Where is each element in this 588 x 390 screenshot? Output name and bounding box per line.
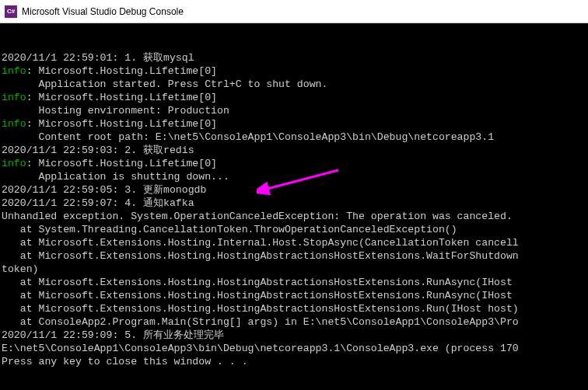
log-text: : Microsoft.Hosting.Lifetime[0] (26, 65, 217, 77)
console-line: at ConsoleApp2.Program.Main(String[] arg… (2, 315, 586, 329)
console-line: Application is shutting down... (2, 170, 586, 183)
vs-icon: C# (5, 5, 17, 18)
console-line: at Microsoft.Extensions.Hosting.Internal… (2, 236, 586, 249)
window-title: Microsoft Visual Studio Debug Console (22, 6, 184, 17)
console-line: info: Microsoft.Hosting.Lifetime[0] (2, 117, 586, 131)
console-line: 2020/11/1 22:59:09: 5. 所有业务处理完毕 (2, 329, 586, 342)
console-line: 2020/11/1 22:59:05: 3. 更新monogdb (2, 183, 586, 197)
log-level-info: info (2, 92, 26, 103)
console-line: at Microsoft.Extensions.Hosting.HostingA… (2, 302, 586, 315)
console-line: Hosting environment: Production (2, 104, 586, 117)
console-line: at Microsoft.Extensions.Hosting.HostingA… (2, 289, 586, 302)
console-line: 2020/11/1 22:59:03: 2. 获取redis (2, 144, 586, 157)
log-text: : Microsoft.Hosting.Lifetime[0] (26, 118, 217, 130)
console-line: Press any key to close this window . . . (2, 355, 586, 368)
console-output: 2020/11/1 22:59:01: 1. 获取mysqlinfo: Micr… (0, 23, 588, 390)
console-line: info: Microsoft.Hosting.Lifetime[0] (2, 91, 586, 104)
console-line: info: Microsoft.Hosting.Lifetime[0] (2, 157, 586, 170)
console-line: Application started. Press Ctrl+C to shu… (2, 78, 586, 91)
console-line: at Microsoft.Extensions.Hosting.HostingA… (2, 249, 586, 263)
log-level-info: info (2, 65, 26, 77)
log-text: : Microsoft.Hosting.Lifetime[0] (26, 92, 217, 103)
log-level-info: info (2, 158, 26, 169)
log-level-info: info (2, 118, 26, 130)
console-line: Content root path: E:\net5\ConsoleApp1\C… (2, 131, 586, 144)
log-text: : Microsoft.Hosting.Lifetime[0] (26, 158, 217, 169)
console-line: Unhandled exception. System.OperationCan… (2, 210, 586, 223)
console-line: at System.Threading.CancellationToken.Th… (2, 223, 586, 236)
console-line: at Microsoft.Extensions.Hosting.HostingA… (2, 276, 586, 289)
console-line: 2020/11/1 22:59:07: 4. 通知kafka (2, 197, 586, 210)
console-line: E:\net5\ConsoleApp1\ConsoleApp3\bin\Debu… (2, 342, 586, 355)
console-line: info: Microsoft.Hosting.Lifetime[0] (2, 64, 586, 78)
console-line: token) (2, 263, 586, 276)
console-line: 2020/11/1 22:59:01: 1. 获取mysql (2, 51, 586, 64)
titlebar[interactable]: C# Microsoft Visual Studio Debug Console (0, 0, 588, 23)
